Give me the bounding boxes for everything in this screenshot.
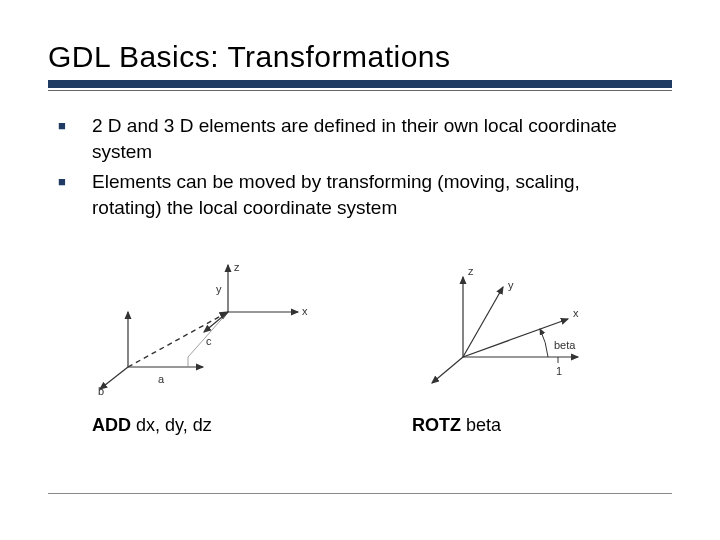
bullet-item: ■ 2 D and 3 D elements are defined in th…: [58, 113, 672, 165]
title-rule-thin: [48, 90, 672, 91]
svg-line-8: [204, 312, 228, 332]
bullet-text: Elements can be moved by transforming (m…: [92, 169, 652, 221]
diagram-add-svg: z y x a b c: [88, 257, 328, 397]
svg-line-3: [128, 312, 228, 367]
svg-line-2: [100, 367, 128, 389]
angle-label-beta: beta: [554, 339, 576, 351]
bullet-text: 2 D and 3 D elements are defined in thei…: [92, 113, 652, 165]
bullet-square-icon: ■: [58, 113, 92, 139]
diagram-rotz: z y x beta 1 ROTZ beta: [408, 257, 668, 436]
axis-label-x: x: [302, 305, 308, 317]
diagram-rotz-svg: z y x beta 1: [408, 257, 628, 397]
axis-label-b: b: [98, 385, 104, 397]
axis-label-y: y: [216, 283, 222, 295]
bullet-item: ■ Elements can be moved by transforming …: [58, 169, 672, 221]
axis-label-y: y: [508, 279, 514, 291]
diagram-add: z y x a b c ADD dx, dy, dz: [88, 257, 348, 436]
axis-label-z: z: [234, 261, 240, 273]
bullet-list: ■ 2 D and 3 D elements are defined in th…: [48, 113, 672, 221]
axis-label-a: a: [158, 373, 165, 385]
caption-cmd: ROTZ: [412, 415, 461, 435]
title-rule-thick: [48, 80, 672, 88]
svg-line-13: [463, 287, 503, 357]
svg-line-11: [432, 357, 463, 383]
diagram-rotz-caption: ROTZ beta: [408, 415, 668, 436]
axis-label-c: c: [206, 335, 212, 347]
axis-label-x: x: [573, 307, 579, 319]
diagram-add-caption: ADD dx, dy, dz: [88, 415, 348, 436]
footer-rule: [48, 493, 672, 494]
unit-label-one: 1: [556, 365, 562, 377]
svg-line-12: [463, 319, 568, 357]
caption-args: dx, dy, dz: [131, 415, 212, 435]
caption-args: beta: [461, 415, 501, 435]
slide: GDL Basics: Transformations ■ 2 D and 3 …: [0, 0, 720, 540]
slide-title: GDL Basics: Transformations: [48, 40, 672, 74]
axis-label-z: z: [468, 265, 474, 277]
bullet-square-icon: ■: [58, 169, 92, 195]
caption-cmd: ADD: [92, 415, 131, 435]
diagram-row: z y x a b c ADD dx, dy, dz: [48, 257, 672, 436]
